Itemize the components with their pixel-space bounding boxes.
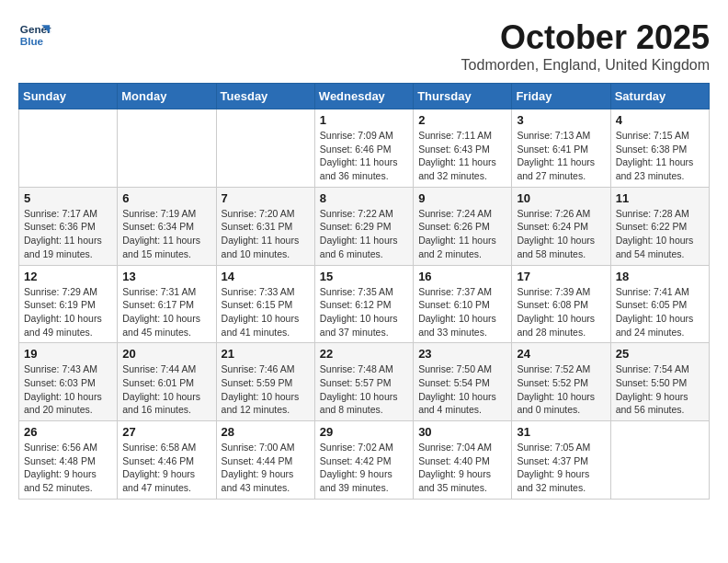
calendar-day-cell: 20Sunrise: 7:44 AM Sunset: 6:01 PM Dayli… — [118, 343, 216, 421]
calendar-day-cell: 1Sunrise: 7:09 AM Sunset: 6:46 PM Daylig… — [314, 109, 413, 188]
day-info: Sunrise: 7:17 AM Sunset: 6:36 PM Dayligh… — [24, 207, 112, 261]
day-info: Sunrise: 7:41 AM Sunset: 6:05 PM Dayligh… — [616, 285, 704, 339]
weekday-header: Wednesday — [314, 84, 413, 109]
day-info: Sunrise: 7:11 AM Sunset: 6:43 PM Dayligh… — [418, 129, 506, 183]
day-number: 10 — [517, 191, 605, 205]
calendar-week-row: 1Sunrise: 7:09 AM Sunset: 6:46 PM Daylig… — [19, 109, 710, 188]
day-info: Sunrise: 7:15 AM Sunset: 6:38 PM Dayligh… — [616, 129, 704, 183]
calendar-day-cell: 19Sunrise: 7:43 AM Sunset: 6:03 PM Dayli… — [19, 343, 118, 421]
calendar-day-cell: 30Sunrise: 7:04 AM Sunset: 4:40 PM Dayli… — [414, 421, 512, 500]
day-info: Sunrise: 7:46 AM Sunset: 5:59 PM Dayligh… — [222, 362, 310, 417]
logo-icon: General Blue — [18, 18, 51, 52]
calendar-week-row: 12Sunrise: 7:29 AM Sunset: 6:19 PM Dayli… — [19, 265, 710, 343]
calendar-day-cell: 27Sunrise: 6:58 AM Sunset: 4:46 PM Dayli… — [118, 421, 216, 500]
day-number: 16 — [418, 270, 506, 283]
calendar-day-cell: 9Sunrise: 7:24 AM Sunset: 6:26 PM Daylig… — [414, 187, 512, 265]
calendar-day-cell: 28Sunrise: 7:00 AM Sunset: 4:44 PM Dayli… — [216, 421, 314, 500]
calendar-header-row: SundayMondayTuesdayWednesdayThursdayFrid… — [19, 84, 710, 109]
day-number: 1 — [320, 113, 408, 127]
calendar-day-cell: 16Sunrise: 7:37 AM Sunset: 6:10 PM Dayli… — [414, 265, 512, 343]
calendar-day-cell: 12Sunrise: 7:29 AM Sunset: 6:19 PM Dayli… — [19, 265, 118, 343]
calendar-day-cell: 21Sunrise: 7:46 AM Sunset: 5:59 PM Dayli… — [216, 343, 314, 421]
weekday-header: Friday — [512, 84, 610, 109]
calendar-day-cell: 11Sunrise: 7:28 AM Sunset: 6:22 PM Dayli… — [610, 187, 709, 265]
day-info: Sunrise: 7:26 AM Sunset: 6:24 PM Dayligh… — [517, 207, 605, 261]
day-number: 4 — [616, 113, 704, 127]
day-info: Sunrise: 7:43 AM Sunset: 6:03 PM Dayligh… — [24, 362, 112, 417]
day-info: Sunrise: 7:19 AM Sunset: 6:34 PM Dayligh… — [122, 207, 210, 261]
calendar-week-row: 5Sunrise: 7:17 AM Sunset: 6:36 PM Daylig… — [19, 187, 710, 265]
calendar-day-cell: 13Sunrise: 7:31 AM Sunset: 6:17 PM Dayli… — [118, 265, 216, 343]
calendar-day-cell: 23Sunrise: 7:50 AM Sunset: 5:54 PM Dayli… — [414, 343, 512, 421]
day-info: Sunrise: 7:13 AM Sunset: 6:41 PM Dayligh… — [517, 129, 605, 183]
day-number: 27 — [122, 425, 210, 439]
day-number: 3 — [517, 113, 605, 127]
day-info: Sunrise: 7:09 AM Sunset: 6:46 PM Dayligh… — [320, 129, 408, 183]
day-info: Sunrise: 7:00 AM Sunset: 4:44 PM Dayligh… — [222, 441, 310, 495]
day-info: Sunrise: 7:44 AM Sunset: 6:01 PM Dayligh… — [122, 362, 210, 417]
day-number: 2 — [418, 113, 506, 127]
calendar-day-cell: 8Sunrise: 7:22 AM Sunset: 6:29 PM Daylig… — [314, 187, 413, 265]
day-info: Sunrise: 7:54 AM Sunset: 5:50 PM Dayligh… — [616, 362, 704, 417]
calendar-day-cell: 14Sunrise: 7:33 AM Sunset: 6:15 PM Dayli… — [216, 265, 314, 343]
calendar-week-row: 19Sunrise: 7:43 AM Sunset: 6:03 PM Dayli… — [19, 343, 710, 421]
calendar-day-cell: 22Sunrise: 7:48 AM Sunset: 5:57 PM Dayli… — [314, 343, 413, 421]
title-section: October 2025 Todmorden, England, United … — [461, 18, 710, 74]
calendar-day-cell: 7Sunrise: 7:20 AM Sunset: 6:31 PM Daylig… — [216, 187, 314, 265]
calendar-table: SundayMondayTuesdayWednesdayThursdayFrid… — [18, 83, 710, 500]
calendar-day-cell: 4Sunrise: 7:15 AM Sunset: 6:38 PM Daylig… — [610, 109, 709, 188]
day-info: Sunrise: 7:20 AM Sunset: 6:31 PM Dayligh… — [222, 207, 310, 261]
day-number: 11 — [616, 191, 704, 205]
day-number: 31 — [517, 425, 605, 439]
day-number: 12 — [24, 270, 112, 283]
weekday-header: Tuesday — [216, 84, 314, 109]
calendar-day-cell: 18Sunrise: 7:41 AM Sunset: 6:05 PM Dayli… — [610, 265, 709, 343]
day-info: Sunrise: 7:28 AM Sunset: 6:22 PM Dayligh… — [616, 207, 704, 261]
calendar-day-cell: 17Sunrise: 7:39 AM Sunset: 6:08 PM Dayli… — [512, 265, 610, 343]
calendar-day-cell: 26Sunrise: 6:56 AM Sunset: 4:48 PM Dayli… — [19, 421, 118, 500]
day-number: 5 — [24, 191, 112, 205]
day-number: 24 — [517, 347, 605, 361]
calendar-day-cell: 2Sunrise: 7:11 AM Sunset: 6:43 PM Daylig… — [414, 109, 512, 188]
day-number: 18 — [616, 270, 704, 283]
day-number: 28 — [222, 425, 310, 439]
calendar-day-cell: 5Sunrise: 7:17 AM Sunset: 6:36 PM Daylig… — [19, 187, 118, 265]
day-number: 6 — [122, 191, 210, 205]
day-info: Sunrise: 7:04 AM Sunset: 4:40 PM Dayligh… — [418, 441, 506, 495]
day-info: Sunrise: 7:05 AM Sunset: 4:37 PM Dayligh… — [517, 441, 605, 495]
day-number: 29 — [320, 425, 408, 439]
day-number: 21 — [222, 347, 310, 361]
day-info: Sunrise: 7:37 AM Sunset: 6:10 PM Dayligh… — [418, 285, 506, 339]
day-number: 20 — [122, 347, 210, 361]
calendar-day-cell — [216, 109, 314, 188]
day-info: Sunrise: 7:02 AM Sunset: 4:42 PM Dayligh… — [320, 441, 408, 495]
day-number: 26 — [24, 425, 112, 439]
weekday-header: Thursday — [414, 84, 512, 109]
day-number: 30 — [418, 425, 506, 439]
day-number: 9 — [418, 191, 506, 205]
calendar-day-cell: 25Sunrise: 7:54 AM Sunset: 5:50 PM Dayli… — [610, 343, 709, 421]
day-info: Sunrise: 6:56 AM Sunset: 4:48 PM Dayligh… — [24, 441, 112, 495]
calendar-day-cell: 3Sunrise: 7:13 AM Sunset: 6:41 PM Daylig… — [512, 109, 610, 188]
calendar-day-cell — [118, 109, 216, 188]
location-subtitle: Todmorden, England, United Kingdom — [461, 57, 710, 74]
calendar-day-cell — [19, 109, 118, 188]
weekday-header: Saturday — [610, 84, 709, 109]
day-info: Sunrise: 7:52 AM Sunset: 5:52 PM Dayligh… — [517, 362, 605, 417]
calendar-day-cell — [610, 421, 709, 500]
calendar-day-cell: 31Sunrise: 7:05 AM Sunset: 4:37 PM Dayli… — [512, 421, 610, 500]
day-number: 14 — [222, 270, 310, 283]
month-title: October 2025 — [461, 18, 710, 57]
day-number: 8 — [320, 191, 408, 205]
day-info: Sunrise: 7:31 AM Sunset: 6:17 PM Dayligh… — [122, 285, 210, 339]
calendar-day-cell: 10Sunrise: 7:26 AM Sunset: 6:24 PM Dayli… — [512, 187, 610, 265]
calendar-day-cell: 24Sunrise: 7:52 AM Sunset: 5:52 PM Dayli… — [512, 343, 610, 421]
calendar-week-row: 26Sunrise: 6:56 AM Sunset: 4:48 PM Dayli… — [19, 421, 710, 500]
calendar-day-cell: 6Sunrise: 7:19 AM Sunset: 6:34 PM Daylig… — [118, 187, 216, 265]
day-info: Sunrise: 7:39 AM Sunset: 6:08 PM Dayligh… — [517, 285, 605, 339]
day-info: Sunrise: 7:24 AM Sunset: 6:26 PM Dayligh… — [418, 207, 506, 261]
calendar-day-cell: 29Sunrise: 7:02 AM Sunset: 4:42 PM Dayli… — [314, 421, 413, 500]
day-number: 22 — [320, 347, 408, 361]
day-number: 15 — [320, 270, 408, 283]
day-number: 23 — [418, 347, 506, 361]
